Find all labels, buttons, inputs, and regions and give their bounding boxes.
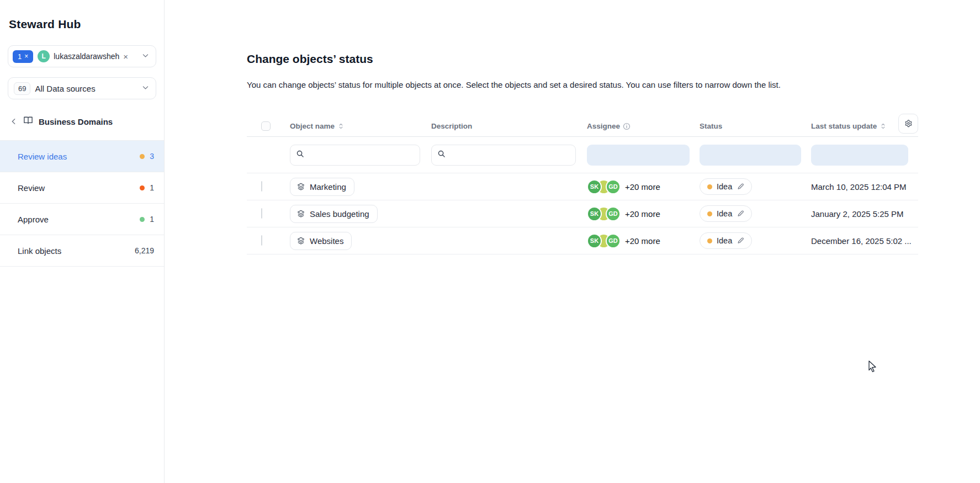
assignee-cell: SK GD +20 more (587, 233, 700, 248)
search-icon (296, 150, 304, 160)
sidebar-nav: Review ideas 3 Review 1 Approve 1 Link o… (0, 140, 164, 267)
app-title: Steward Hub (0, 0, 164, 31)
search-icon (437, 150, 446, 160)
description-search-input[interactable] (449, 151, 570, 160)
item-count: 1 (150, 183, 154, 192)
chevron-down-icon[interactable] (142, 83, 149, 93)
sidebar-item-review-ideas[interactable]: Review ideas 3 (0, 141, 164, 172)
mouse-cursor (867, 360, 879, 375)
description-search[interactable] (431, 145, 576, 166)
info-icon[interactable] (623, 123, 631, 130)
sidebar-item-review[interactable]: Review 1 (0, 172, 164, 204)
datasource-filter-label: All Data sources (35, 84, 95, 93)
status-dot (707, 238, 712, 243)
page-title: Change objects’ status (247, 52, 980, 66)
item-count: 6,219 (135, 246, 154, 255)
sidebar: Steward Hub 1 × L lukaszaldarawsheh × 69… (0, 0, 165, 483)
object-name-search-input[interactable] (308, 151, 414, 160)
object-name: Sales budgeting (310, 209, 369, 219)
page-description: You can change objects’ status for multi… (247, 80, 799, 89)
layers-icon (296, 182, 305, 191)
edit-status-icon[interactable] (737, 210, 744, 217)
avatar: L (38, 50, 50, 62)
datasource-count-badge: 69 (14, 82, 30, 95)
status-dot (140, 154, 145, 159)
remove-user-filter-icon[interactable]: × (123, 52, 128, 61)
main-area: Change objects’ status You can change ob… (165, 0, 980, 483)
item-count: 1 (150, 215, 154, 224)
assignee-cell: SK GD +20 more (587, 179, 700, 194)
user-filter-token: L lukaszaldarawsheh × (38, 50, 128, 62)
column-header-description: Description (431, 122, 587, 130)
status-dot (140, 217, 145, 222)
assignee-filter[interactable] (587, 145, 690, 166)
app-window: Steward Hub 1 × L lukaszaldarawsheh × 69… (0, 0, 980, 483)
last-update-cell: March 10, 2025 12:04 PM (811, 182, 918, 192)
column-header-object-name[interactable]: Object name (290, 122, 431, 130)
clear-filters-icon[interactable]: × (24, 52, 28, 60)
more-assignees-label[interactable]: +20 more (625, 209, 660, 219)
sidebar-item-approve[interactable]: Approve 1 (0, 204, 164, 235)
edit-status-icon[interactable] (737, 237, 744, 245)
sidebar-item-label: Link objects (18, 246, 61, 256)
table-filter-row (247, 137, 918, 173)
status-label: Idea (717, 209, 732, 218)
row-checkbox[interactable] (261, 235, 262, 246)
layers-icon (296, 236, 305, 245)
status-badge: Idea (700, 178, 752, 195)
status-dot (140, 185, 145, 190)
last-update-cell: December 16, 2025 5:02 ... (811, 236, 918, 246)
back-chevron-icon[interactable] (10, 118, 18, 125)
sidebar-item-label: Approve (18, 215, 49, 224)
table-row: Websites SK GD +20 more (247, 227, 918, 254)
more-assignees-label[interactable]: +20 more (625, 236, 660, 246)
sidebar-item-link-objects[interactable]: Link objects 6,219 (0, 235, 164, 267)
object-name-search[interactable] (290, 145, 420, 166)
avatar: GD (606, 233, 621, 248)
avatar: SK (587, 206, 602, 221)
user-filter-name: lukaszaldarawsheh (54, 52, 119, 61)
table-settings-button[interactable] (898, 114, 918, 134)
table-row: Sales budgeting SK GD +20 more (247, 200, 918, 227)
sort-icon[interactable] (880, 123, 887, 130)
avatar: GD (606, 206, 621, 221)
more-assignees-label[interactable]: +20 more (625, 182, 660, 192)
avatar: SK (587, 233, 602, 248)
column-header-status: Status (700, 122, 811, 130)
datasource-filter-dropdown[interactable]: 69 All Data sources (8, 77, 156, 99)
book-icon (23, 116, 33, 127)
select-all-checkbox[interactable] (261, 121, 271, 131)
object-chip[interactable]: Marketing (290, 178, 354, 196)
status-dot (707, 184, 712, 189)
objects-table: Object name Description Assignee (247, 116, 918, 254)
section-title: Business Domains (39, 117, 113, 126)
filter-count: 1 (18, 52, 22, 61)
object-name: Marketing (310, 182, 346, 192)
object-name: Websites (310, 236, 343, 246)
object-chip[interactable]: Sales budgeting (290, 205, 378, 223)
avatar-stack[interactable]: SK GD (587, 206, 621, 221)
row-checkbox[interactable] (261, 208, 262, 219)
object-chip[interactable]: Websites (290, 232, 352, 250)
status-filter[interactable] (700, 145, 801, 166)
sort-icon[interactable] (337, 123, 345, 130)
status-label: Idea (717, 182, 732, 191)
last-update-filter[interactable] (811, 145, 908, 166)
status-badge: Idea (700, 205, 752, 222)
avatar-stack[interactable]: SK GD (587, 233, 621, 248)
status-label: Idea (717, 236, 732, 245)
sidebar-item-label: Review (18, 183, 45, 193)
edit-status-icon[interactable] (737, 183, 744, 190)
status-dot (707, 211, 712, 216)
avatar: GD (606, 179, 621, 194)
layers-icon (296, 209, 305, 218)
last-update-cell: January 2, 2025 5:25 PM (811, 209, 918, 219)
assignee-cell: SK GD +20 more (587, 206, 700, 221)
table-header-row: Object name Description Assignee (247, 116, 918, 137)
column-header-assignee: Assignee (587, 122, 700, 130)
chevron-down-icon[interactable] (142, 51, 149, 61)
filter-count-chip[interactable]: 1 × (13, 50, 33, 63)
user-filter-dropdown[interactable]: 1 × L lukaszaldarawsheh × (8, 45, 156, 67)
row-checkbox[interactable] (261, 181, 262, 192)
avatar-stack[interactable]: SK GD (587, 179, 621, 194)
